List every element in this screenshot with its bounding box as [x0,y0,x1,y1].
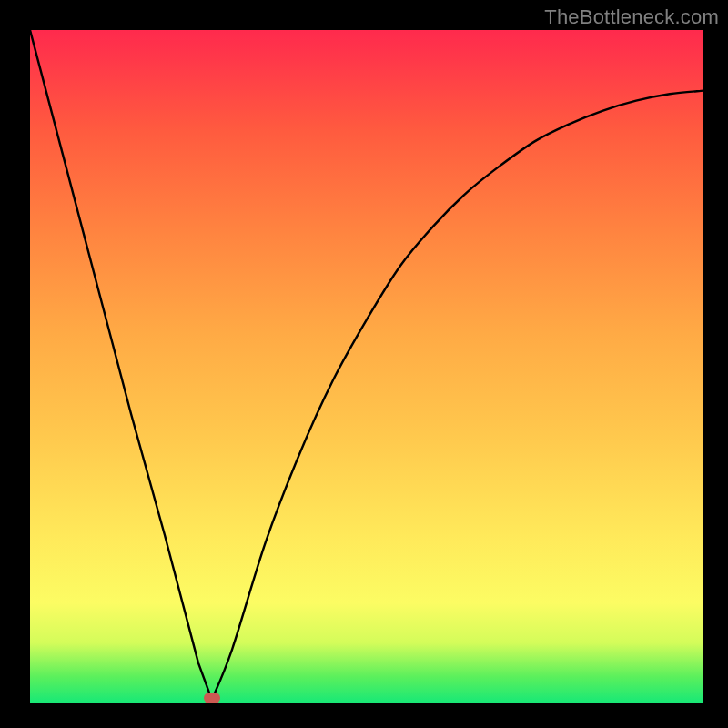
curve-svg [30,30,703,703]
minimum-marker [204,693,220,703]
bottleneck-curve-path [30,30,703,700]
bottleneck-chart: TheBottleneck.com [0,0,728,728]
plot-area [30,30,703,703]
watermark-text: TheBottleneck.com [544,5,719,29]
